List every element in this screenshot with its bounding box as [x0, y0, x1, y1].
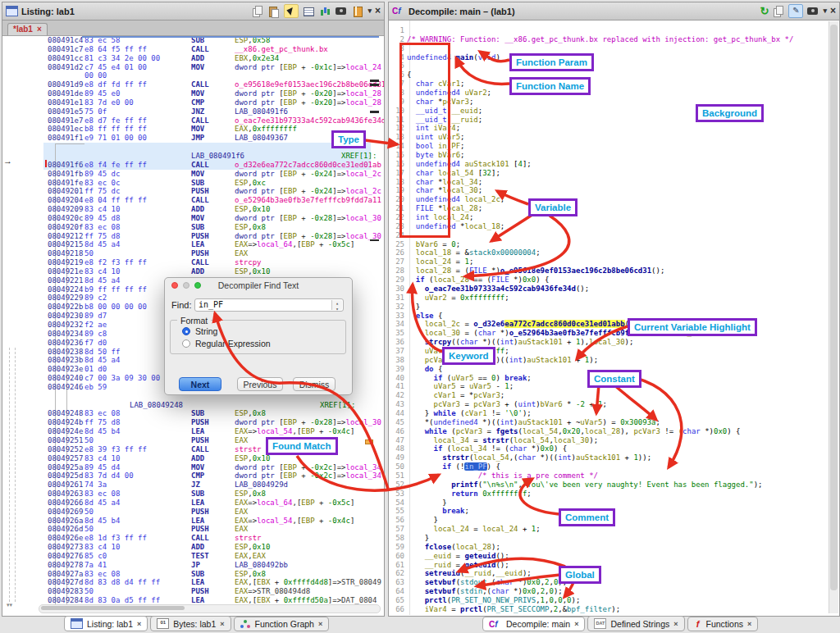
decompile-line[interactable]: 21 FILE *local_28; [389, 204, 829, 213]
listing-row[interactable]: 080491f1e9 71 01 00 00JMPLAB_08049367 [2, 134, 384, 143]
decompile-line[interactable]: 9 char *pcVar3; [389, 98, 829, 107]
listing-row[interactable]: 0804920983 c4 10ADDESP,0x10 [2, 205, 384, 214]
dismiss-button[interactable]: Dismiss [293, 377, 336, 391]
decompile-line[interactable]: 12 int iVar4; [389, 124, 829, 133]
decompile-line[interactable]: 60 __euid = geteuid(); [389, 552, 829, 561]
string-radio[interactable] [182, 327, 190, 335]
decompile-close-icon[interactable]: × [830, 5, 836, 17]
decompile-line[interactable]: 3 [389, 44, 829, 53]
decompile-line[interactable]: 65 prctl(PR_SET_NO_NEW_PRIVS,1,0,0,0); [389, 596, 829, 605]
listing-row[interactable]: 0804928350PUSHEAX=>STR_080494d8 [2, 587, 384, 596]
chart-icon[interactable] [318, 5, 331, 17]
listing-label-row[interactable]: LAB_08049248XREF[1]: [2, 401, 384, 410]
decompile-line[interactable]: 15 byte bVar6; [389, 151, 829, 160]
listing-row[interactable]: 00 00 [2, 71, 384, 80]
tab-close-icon[interactable]: × [318, 620, 322, 628]
decompile-line[interactable]: 46 while (pcVar3 = fgets(local_54,0x20,l… [389, 427, 829, 436]
decompile-line[interactable]: 56 } [389, 516, 829, 525]
scrollbar-thumb[interactable] [41, 606, 185, 610]
find-dialog[interactable]: Decompiler Find Text Find: in_PF ▴▾ Form… [164, 277, 353, 395]
decompile-line[interactable]: 4undefined4 main(void) [389, 53, 829, 62]
decompile-line[interactable]: 55 break; [389, 507, 829, 516]
decompile-line[interactable]: 58 } [389, 534, 829, 543]
decompile-line[interactable]: 18 char *local_34; [389, 178, 829, 187]
listing-row[interactable]: 0804926a8d 45 b4LEAEAX=>local_54,[EBP + … [2, 517, 384, 526]
listing-row[interactable]: 0804926ee8 1d f3 ff ffCALLstrstr [2, 534, 384, 543]
listing-row[interactable]: 080491fb89 45 dcMOVdword ptr [EBP + -0x2… [2, 170, 384, 179]
listing-row[interactable]: 08049219e8 f2 f3 ff ffCALLstrcpy [2, 258, 384, 267]
listing-row[interactable]: 0804926383 ec 08SUBESP,0x8 [2, 490, 384, 499]
edit-icon[interactable]: ✎ [788, 4, 803, 18]
decompile-scrollbar[interactable] [829, 21, 838, 613]
listing-close-icon[interactable]: × [375, 5, 381, 17]
tab-lab1[interactable]: *lab1 × [7, 23, 48, 35]
string-radio-label[interactable]: String [195, 326, 217, 336]
decompile-line[interactable]: 36 strcpy((char *)((int)auStack101 + 1),… [389, 338, 829, 347]
decompile-line[interactable]: 7 char cVar1; [389, 80, 829, 89]
next-button[interactable]: Next [179, 377, 221, 391]
listing-row[interactable]: 080491d9e8 df fd ff ffCALLo_e95618e9ef01… [2, 80, 384, 89]
decompile-line[interactable]: 17 char local_54 [32]; [389, 169, 829, 178]
decompile-line[interactable]: 54 } [389, 499, 829, 508]
listing-horizontal-scrollbar[interactable] [39, 604, 381, 613]
decompile-line[interactable]: 24 [389, 231, 829, 240]
found-match-marker[interactable] [365, 439, 373, 444]
listing-row[interactable]: 080491d2c7 45 e4 01 00MOVdword ptr [EBP … [2, 63, 384, 72]
listing-row[interactable]: 08049212ff 75 d8PUSHdword ptr [EBP + -0x… [2, 232, 384, 241]
decompile-line[interactable]: 8 undefined4 uVar2; [389, 89, 829, 98]
decompile-line[interactable]: 19 char *local_30; [389, 186, 829, 195]
decompile-line[interactable]: 22 int local_24; [389, 213, 829, 222]
listing-label-row[interactable]: LAB_080491f6XREF[1]: [2, 152, 384, 161]
decompile-line[interactable]: 20 undefined4 local_2c; [389, 195, 829, 204]
listing-row[interactable]: 0804926d50PUSHEAX [2, 525, 384, 534]
decompile-line[interactable]: 59 fclose(local_28); [389, 543, 829, 552]
listing-row[interactable]: 0804924bff 75 d8PUSHdword ptr [EBP + -0x… [2, 418, 384, 427]
decompile-line[interactable]: 63 setvbuf(stdout,(char *)0x0,2,0); [389, 578, 829, 587]
decompile-line[interactable]: 39 do { [389, 365, 829, 374]
bottom-tab-defined-strings[interactable]: DATDefined Strings× [587, 616, 684, 631]
listing-row[interactable]: 0804921850PUSHEAX [2, 249, 384, 258]
decompile-line[interactable]: 57 local_24 = local_24 + 1; [389, 525, 829, 534]
bottom-tab-listing-lab1[interactable]: Listing: lab1× [64, 616, 148, 631]
bottom-tab-function-graph[interactable]: Function Graph× [234, 617, 330, 631]
snapshot-icon[interactable] [806, 5, 819, 17]
listing-row[interactable]: 0804920c89 45 d8MOVdword ptr [EBP + -0x2… [2, 214, 384, 223]
decompile-line[interactable]: 64 setvbuf(stdin,(char *)0x0,2,0); [389, 587, 829, 596]
decompile-line[interactable]: 47 local_34 = strstr(local_54,local_30); [389, 436, 829, 445]
decompile-line[interactable]: 53 return 0xffffffff; [389, 490, 829, 499]
toolbar-dropdown-icon[interactable]: ▾ [823, 5, 827, 17]
decompile-line[interactable]: 50 if (!in_PF) { [389, 462, 829, 471]
nav-marker[interactable] [370, 111, 379, 113]
diff-view-icon[interactable] [302, 5, 315, 17]
decompile-line[interactable]: 38 pcVar3 = (char *)((int)auStack101 + 1… [389, 356, 829, 365]
decompile-line[interactable]: 16 undefined4 auStack101 [4]; [389, 160, 829, 169]
decompile-line[interactable]: 35 local_30 = (char *)o_e52964b3ae0fb3e7… [389, 329, 829, 338]
snapshot-icon[interactable] [335, 5, 348, 17]
decompile-line[interactable]: 29 if (local_28 == (FILE *)0x0) { [389, 276, 829, 285]
regex-radio[interactable] [182, 339, 190, 348]
decompile-line[interactable]: 1 [389, 26, 829, 35]
listing-row[interactable]: 080491cc81 c3 34 2e 00 00ADDEBX,0x2e34 [2, 54, 384, 63]
listing-row[interactable]: 0804925783 c4 10ADDESP,0x10 [2, 454, 384, 463]
listing-row[interactable]: 0804926174 3aJZLAB_0804929d [2, 480, 384, 490]
decompile-line[interactable]: 33 else { [389, 312, 829, 321]
nav-marker[interactable] [370, 239, 379, 241]
decompile-line[interactable]: 26 local_18 = &stack0x00000004; [389, 248, 829, 257]
decompile-code[interactable]: 12/* WARNING: Function: __x86.get_pc_thu… [389, 26, 829, 614]
listing-row[interactable]: 08049252e8 39 f3 ff ffCALLstrstr [2, 445, 384, 454]
decompile-line[interactable]: 6{ [389, 71, 829, 80]
listing-row[interactable]: 0804925a89 45 d4MOVdword ptr [EBP + -0x2… [2, 463, 384, 472]
listing-row[interactable]: 080491f6e8 f4 fe ff ffCALLo_d32e6ea772c7… [2, 161, 384, 170]
tab-close-icon[interactable]: × [747, 620, 751, 628]
decompile-line[interactable]: 32 } [389, 303, 829, 312]
listing-row[interactable]: 0804924e8d 45 b4LEAEAX=>local_54,[EBP + … [2, 427, 384, 436]
listing-row[interactable]: 080491c7e8 64 f5 ff ffCALL__x86.get_pc_t… [2, 45, 384, 54]
listing-row[interactable]: 0804920f83 ec 08SUBESP,0x8 [2, 223, 384, 232]
decompile-line[interactable]: 43 pcVar3 = pcVar3 + (uint)bVar6 * -2 + … [389, 400, 829, 409]
tab-close-icon[interactable]: × [220, 620, 224, 628]
decompile-line[interactable]: 28 local_28 = (FILE *)o_e95618e9ef0153ae… [389, 266, 829, 276]
decompile-line[interactable]: 27 local_24 = 1; [389, 257, 829, 266]
listing-row[interactable]: 080492158d 45 a4LEAEAX=>local_64,[EBP + … [2, 240, 384, 249]
decompile-line[interactable]: 11 __uid_t __ruid; [389, 116, 829, 125]
toggle-view-icon[interactable] [351, 5, 364, 17]
